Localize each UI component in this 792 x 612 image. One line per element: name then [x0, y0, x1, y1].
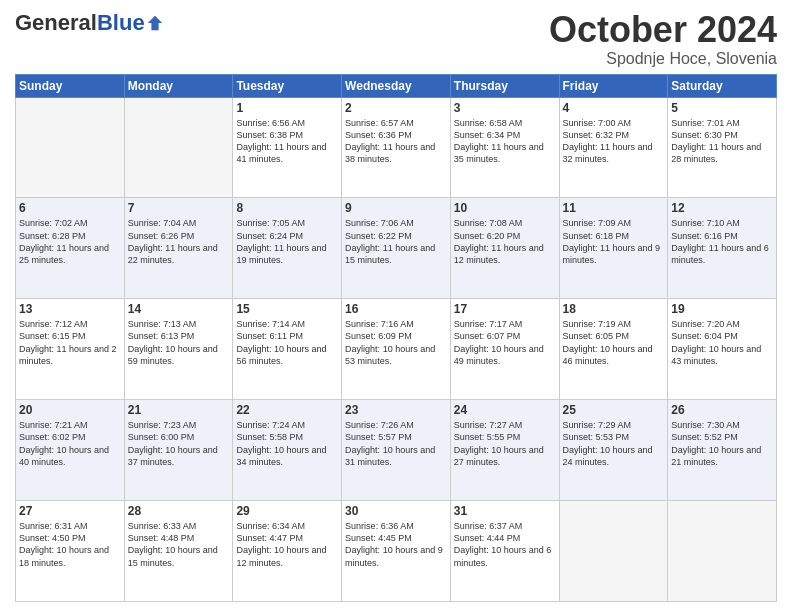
day-detail: Sunrise: 7:29 AMSunset: 5:53 PMDaylight:… — [563, 419, 665, 468]
day-detail: Sunrise: 7:21 AMSunset: 6:02 PMDaylight:… — [19, 419, 121, 468]
day-detail: Sunrise: 6:57 AMSunset: 6:36 PMDaylight:… — [345, 117, 447, 166]
day-number: 1 — [236, 101, 338, 115]
day-detail: Sunrise: 7:20 AMSunset: 6:04 PMDaylight:… — [671, 318, 773, 367]
day-detail: Sunrise: 6:31 AMSunset: 4:50 PMDaylight:… — [19, 520, 121, 569]
day-detail: Sunrise: 7:24 AMSunset: 5:58 PMDaylight:… — [236, 419, 338, 468]
calendar-cell: 29Sunrise: 6:34 AMSunset: 4:47 PMDayligh… — [233, 501, 342, 602]
calendar-cell: 3Sunrise: 6:58 AMSunset: 6:34 PMDaylight… — [450, 97, 559, 198]
day-detail: Sunrise: 6:34 AMSunset: 4:47 PMDaylight:… — [236, 520, 338, 569]
day-number: 24 — [454, 403, 556, 417]
logo-blue: Blue — [97, 10, 145, 36]
day-detail: Sunrise: 7:23 AMSunset: 6:00 PMDaylight:… — [128, 419, 230, 468]
day-detail: Sunrise: 7:09 AMSunset: 6:18 PMDaylight:… — [563, 217, 665, 266]
weekday-header-saturday: Saturday — [668, 74, 777, 97]
title-block: October 2024 Spodnje Hoce, Slovenia — [549, 10, 777, 68]
day-number: 23 — [345, 403, 447, 417]
calendar-cell: 16Sunrise: 7:16 AMSunset: 6:09 PMDayligh… — [342, 299, 451, 400]
page: GeneralBlue October 2024 Spodnje Hoce, S… — [0, 0, 792, 612]
month-title: October 2024 — [549, 10, 777, 50]
calendar-cell: 11Sunrise: 7:09 AMSunset: 6:18 PMDayligh… — [559, 198, 668, 299]
calendar-cell: 21Sunrise: 7:23 AMSunset: 6:00 PMDayligh… — [124, 400, 233, 501]
weekday-header-thursday: Thursday — [450, 74, 559, 97]
calendar-cell: 23Sunrise: 7:26 AMSunset: 5:57 PMDayligh… — [342, 400, 451, 501]
day-number: 2 — [345, 101, 447, 115]
day-number: 6 — [19, 201, 121, 215]
calendar-cell: 24Sunrise: 7:27 AMSunset: 5:55 PMDayligh… — [450, 400, 559, 501]
calendar-cell: 14Sunrise: 7:13 AMSunset: 6:13 PMDayligh… — [124, 299, 233, 400]
weekday-header-row: SundayMondayTuesdayWednesdayThursdayFrid… — [16, 74, 777, 97]
calendar-cell: 5Sunrise: 7:01 AMSunset: 6:30 PMDaylight… — [668, 97, 777, 198]
day-number: 18 — [563, 302, 665, 316]
calendar-week-row: 20Sunrise: 7:21 AMSunset: 6:02 PMDayligh… — [16, 400, 777, 501]
calendar-cell: 4Sunrise: 7:00 AMSunset: 6:32 PMDaylight… — [559, 97, 668, 198]
calendar-week-row: 6Sunrise: 7:02 AMSunset: 6:28 PMDaylight… — [16, 198, 777, 299]
day-detail: Sunrise: 7:13 AMSunset: 6:13 PMDaylight:… — [128, 318, 230, 367]
day-detail: Sunrise: 7:14 AMSunset: 6:11 PMDaylight:… — [236, 318, 338, 367]
calendar-week-row: 13Sunrise: 7:12 AMSunset: 6:15 PMDayligh… — [16, 299, 777, 400]
day-detail: Sunrise: 7:17 AMSunset: 6:07 PMDaylight:… — [454, 318, 556, 367]
svg-marker-0 — [147, 16, 161, 30]
day-detail: Sunrise: 6:58 AMSunset: 6:34 PMDaylight:… — [454, 117, 556, 166]
day-number: 20 — [19, 403, 121, 417]
calendar-cell: 31Sunrise: 6:37 AMSunset: 4:44 PMDayligh… — [450, 501, 559, 602]
calendar-cell: 25Sunrise: 7:29 AMSunset: 5:53 PMDayligh… — [559, 400, 668, 501]
calendar-cell: 20Sunrise: 7:21 AMSunset: 6:02 PMDayligh… — [16, 400, 125, 501]
day-number: 30 — [345, 504, 447, 518]
day-detail: Sunrise: 7:16 AMSunset: 6:09 PMDaylight:… — [345, 318, 447, 367]
calendar-cell — [559, 501, 668, 602]
day-number: 26 — [671, 403, 773, 417]
day-detail: Sunrise: 7:06 AMSunset: 6:22 PMDaylight:… — [345, 217, 447, 266]
day-number: 21 — [128, 403, 230, 417]
day-number: 10 — [454, 201, 556, 215]
calendar-week-row: 27Sunrise: 6:31 AMSunset: 4:50 PMDayligh… — [16, 501, 777, 602]
day-detail: Sunrise: 6:37 AMSunset: 4:44 PMDaylight:… — [454, 520, 556, 569]
day-number: 29 — [236, 504, 338, 518]
calendar-cell: 8Sunrise: 7:05 AMSunset: 6:24 PMDaylight… — [233, 198, 342, 299]
calendar-cell: 7Sunrise: 7:04 AMSunset: 6:26 PMDaylight… — [124, 198, 233, 299]
calendar-cell: 6Sunrise: 7:02 AMSunset: 6:28 PMDaylight… — [16, 198, 125, 299]
calendar-cell: 12Sunrise: 7:10 AMSunset: 6:16 PMDayligh… — [668, 198, 777, 299]
day-number: 15 — [236, 302, 338, 316]
calendar-cell — [16, 97, 125, 198]
calendar-cell: 30Sunrise: 6:36 AMSunset: 4:45 PMDayligh… — [342, 501, 451, 602]
calendar-cell: 17Sunrise: 7:17 AMSunset: 6:07 PMDayligh… — [450, 299, 559, 400]
calendar-cell: 26Sunrise: 7:30 AMSunset: 5:52 PMDayligh… — [668, 400, 777, 501]
day-detail: Sunrise: 7:26 AMSunset: 5:57 PMDaylight:… — [345, 419, 447, 468]
logo-text: GeneralBlue — [15, 10, 164, 36]
day-number: 22 — [236, 403, 338, 417]
calendar-cell — [668, 501, 777, 602]
calendar-week-row: 1Sunrise: 6:56 AMSunset: 6:38 PMDaylight… — [16, 97, 777, 198]
day-number: 5 — [671, 101, 773, 115]
day-number: 31 — [454, 504, 556, 518]
day-detail: Sunrise: 7:08 AMSunset: 6:20 PMDaylight:… — [454, 217, 556, 266]
day-detail: Sunrise: 7:27 AMSunset: 5:55 PMDaylight:… — [454, 419, 556, 468]
day-number: 16 — [345, 302, 447, 316]
calendar-cell: 27Sunrise: 6:31 AMSunset: 4:50 PMDayligh… — [16, 501, 125, 602]
weekday-header-monday: Monday — [124, 74, 233, 97]
day-number: 4 — [563, 101, 665, 115]
day-number: 9 — [345, 201, 447, 215]
day-number: 3 — [454, 101, 556, 115]
calendar-cell: 19Sunrise: 7:20 AMSunset: 6:04 PMDayligh… — [668, 299, 777, 400]
day-number: 14 — [128, 302, 230, 316]
calendar-cell: 13Sunrise: 7:12 AMSunset: 6:15 PMDayligh… — [16, 299, 125, 400]
calendar-cell — [124, 97, 233, 198]
day-detail: Sunrise: 7:12 AMSunset: 6:15 PMDaylight:… — [19, 318, 121, 367]
day-detail: Sunrise: 7:19 AMSunset: 6:05 PMDaylight:… — [563, 318, 665, 367]
day-detail: Sunrise: 7:10 AMSunset: 6:16 PMDaylight:… — [671, 217, 773, 266]
day-number: 17 — [454, 302, 556, 316]
calendar-cell: 2Sunrise: 6:57 AMSunset: 6:36 PMDaylight… — [342, 97, 451, 198]
location: Spodnje Hoce, Slovenia — [549, 50, 777, 68]
day-detail: Sunrise: 7:30 AMSunset: 5:52 PMDaylight:… — [671, 419, 773, 468]
day-number: 19 — [671, 302, 773, 316]
calendar-cell: 15Sunrise: 7:14 AMSunset: 6:11 PMDayligh… — [233, 299, 342, 400]
logo-general: General — [15, 10, 97, 36]
calendar-cell: 1Sunrise: 6:56 AMSunset: 6:38 PMDaylight… — [233, 97, 342, 198]
calendar-table: SundayMondayTuesdayWednesdayThursdayFrid… — [15, 74, 777, 602]
day-number: 7 — [128, 201, 230, 215]
day-detail: Sunrise: 6:33 AMSunset: 4:48 PMDaylight:… — [128, 520, 230, 569]
day-detail: Sunrise: 6:36 AMSunset: 4:45 PMDaylight:… — [345, 520, 447, 569]
day-detail: Sunrise: 7:01 AMSunset: 6:30 PMDaylight:… — [671, 117, 773, 166]
day-number: 8 — [236, 201, 338, 215]
day-number: 11 — [563, 201, 665, 215]
